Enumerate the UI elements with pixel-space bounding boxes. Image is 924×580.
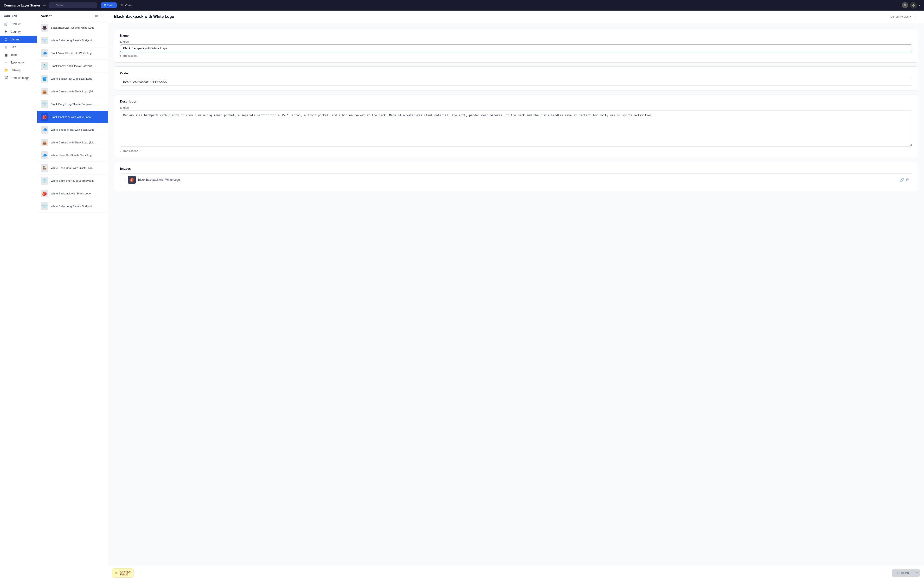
variant-item-active[interactable]: 🎒 Black Backpack with White Logo (37, 111, 108, 124)
description-translations-toggle[interactable]: › Translations (120, 148, 138, 153)
panel-actions: ⊞ ⋮ (95, 13, 104, 18)
variant-name: White Bean Chair with Black Logo (51, 166, 93, 170)
taxon-icon: ▣ (4, 53, 8, 57)
name-input[interactable] (120, 44, 912, 52)
sidebar-item-product-image[interactable]: 🖼 Product Image (0, 74, 37, 82)
variant-item[interactable]: 🪣 White Bucket Hat with Black Logo (37, 72, 108, 85)
publish-dropdown-button[interactable]: ▾ (914, 569, 920, 577)
desc-translations-label: Translations (122, 150, 138, 153)
nav-tabs: ⊞ Desk 👁 Vision (101, 2, 902, 8)
vision-tab-label: Vision (125, 3, 132, 7)
name-section: Name English › Translations (114, 29, 918, 63)
settings-button[interactable]: ⚙ (910, 2, 917, 9)
sidebar-item-label: Taxon (11, 53, 18, 56)
publish-button[interactable]: ↑ Publish (892, 569, 914, 577)
variant-item[interactable]: 👕 Black Baby Long Sleeve Bodysuit ... (37, 60, 108, 72)
variant-thumb: 🧢 (41, 126, 48, 133)
variant-name: Black Baby Long Sleeve Bodysuit ... (51, 102, 95, 106)
catalog-icon: 📁 (4, 68, 8, 72)
variant-item[interactable]: 👕 White Baby Long Sleeve Bodysuit ... (37, 200, 108, 213)
sidebar-item-catalog[interactable]: 📁 Catalog (0, 66, 37, 74)
desc-translations-chevron: › (120, 150, 121, 153)
variant-item[interactable]: 👕 White Baby Short Sleeve Bodysuit... (37, 175, 108, 187)
code-input[interactable] (120, 78, 912, 86)
search-input[interactable] (49, 2, 97, 8)
detail-header-right: Current version ▾ ⋮ (891, 14, 918, 19)
variant-item[interactable]: 🎒 White Backpack with Black Logo (37, 187, 108, 200)
panel-title: Variant (41, 14, 51, 18)
description-textarea[interactable]: Medium size backpack with plenty of room… (120, 110, 912, 147)
variant-thumb: 👜 (41, 138, 48, 146)
vision-tab-icon: 👁 (120, 3, 124, 7)
variant-thumb: 🪑 (41, 164, 48, 172)
image-thumbnail: 🎒 (128, 176, 136, 184)
variant-item[interactable]: 👜 White Canvas with Black Logo (12... (37, 136, 108, 149)
publish-icon: ↑ (896, 571, 898, 575)
sidebar-item-taxonomy[interactable]: ≡ Taxonomy (0, 59, 37, 66)
tab-vision[interactable]: 👁 Vision (118, 2, 135, 8)
avatar[interactable]: O (902, 2, 908, 8)
size-icon: ⊞ (4, 45, 8, 49)
variant-item[interactable]: 👜 White Canvas with Black Logo (24... (37, 85, 108, 98)
code-section-title: Code (120, 71, 912, 75)
variant-item[interactable]: 👕 White Baby Long Sleeve Bodysuit ... (37, 34, 108, 47)
images-section: Images ⠿ 🎒 Black Backpack with White Log… (114, 162, 918, 191)
detail-title: Black Backpack with White Logo (114, 15, 174, 19)
variant-item[interactable]: 🎩 Black Baseball Hat with White Logo (37, 21, 108, 34)
variant-thumb: 🎩 (41, 24, 48, 31)
variant-item[interactable]: 🪑 White Bean Chair with Black Logo (37, 162, 108, 175)
changes-text: Changes Feb 23 (120, 570, 131, 576)
description-section-title: Description (120, 100, 912, 103)
variant-thumb: 🪣 (41, 75, 48, 82)
sidebar-item-size[interactable]: ⊞ Size (0, 43, 37, 51)
desk-tab-label: Desk (107, 3, 114, 7)
variant-name: White Canvas with Black Logo (24... (51, 90, 95, 93)
detail-content: Name English › Translations Code Descrip… (108, 23, 924, 566)
variant-thumb: 👕 (41, 36, 48, 44)
variant-name: White Backpack with Black Logo (51, 192, 91, 195)
sidebar-item-variant[interactable]: ⬡ Variant (0, 36, 37, 43)
variant-thumb: 🧢 (41, 152, 48, 159)
variant-item[interactable]: 🧢 Black Visor Flexfit with White Logo (37, 47, 108, 60)
variant-list: 🎩 Black Baseball Hat with White Logo 👕 W… (37, 21, 108, 580)
image-link-button[interactable]: 🔗 (900, 178, 904, 182)
variant-item[interactable]: 🧢 White Visor Flexfit with Black Logo (37, 149, 108, 162)
sidebar-item-label: Product (11, 22, 20, 26)
middle-panel: Variant ⊞ ⋮ 🎩 Black Baseball Hat with Wh… (37, 11, 108, 580)
nav-right: O ⚙ ▾ (902, 2, 920, 9)
tab-desk[interactable]: ⊞ Desk (101, 2, 117, 8)
variant-thumb: 👜 (41, 87, 48, 95)
edit-icon[interactable]: ✏ (43, 3, 46, 7)
panel-more-button[interactable]: ⋮ (100, 13, 104, 18)
nav-dropdown-icon[interactable]: ▾ (919, 3, 920, 7)
changes-date: Feb 23 (120, 573, 131, 576)
variant-name: Black Visor Flexfit with White Logo (51, 51, 93, 55)
current-version-chevron: ▾ (909, 15, 911, 18)
image-delete-button[interactable]: 🗑 (906, 178, 909, 182)
images-title: Images (120, 167, 912, 170)
detail-more-button[interactable]: ⋮ (914, 14, 918, 19)
panel-add-button[interactable]: ⊞ (95, 13, 99, 18)
variant-item[interactable]: 🧢 White Baseball Hat with Black Logo (37, 124, 108, 136)
name-translations-toggle[interactable]: › Translations (120, 52, 138, 58)
left-sidebar: Content 🛒 Product ⚑ Country ⬡ Variant ⊞ … (0, 11, 37, 580)
translations-label: Translations (122, 54, 138, 58)
image-name: Black Backpack with White Logo (138, 178, 897, 181)
variant-icon: ⬡ (4, 38, 8, 41)
code-section: Code (114, 66, 918, 91)
variant-item[interactable]: 👕 Black Baby Long Sleeve Bodysuit ... (37, 98, 108, 111)
sidebar-item-product[interactable]: 🛒 Product (0, 20, 37, 28)
panel-header: Variant ⊞ ⋮ (37, 11, 108, 21)
detail-panel: Black Backpack with White Logo Current v… (108, 11, 924, 580)
sidebar-item-taxon[interactable]: ▣ Taxon (0, 51, 37, 59)
variant-name: White Bucket Hat with Black Logo (51, 77, 92, 81)
variant-name: White Baby Long Sleeve Bodysuit ... (51, 39, 96, 42)
variant-thumb: 🧢 (41, 49, 48, 57)
detail-footer: ✏ Changes Feb 23 ↑ Publish ▾ (108, 566, 924, 580)
changes-icon: ✏ (115, 571, 118, 575)
main-layout: Content 🛒 Product ⚑ Country ⬡ Variant ⊞ … (0, 11, 924, 580)
current-version-button[interactable]: Current version ▾ (891, 15, 911, 18)
drag-handle-icon[interactable]: ⠿ (123, 178, 125, 182)
variant-thumb: 👕 (41, 177, 48, 185)
sidebar-item-country[interactable]: ⚑ Country (0, 28, 37, 36)
